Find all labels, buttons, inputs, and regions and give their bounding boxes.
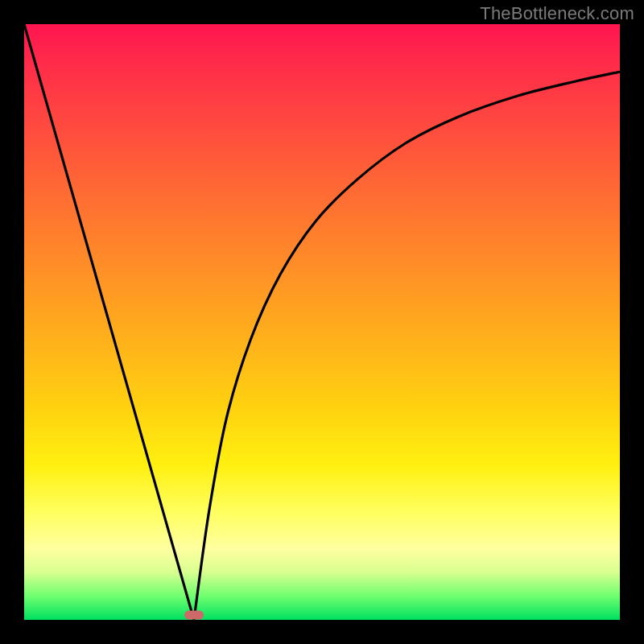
watermark-text: TheBottleneck.com xyxy=(480,3,634,24)
plot-area xyxy=(24,24,620,620)
bottleneck-curve xyxy=(24,24,620,620)
dip-marker xyxy=(184,611,204,620)
curve-left-branch xyxy=(24,24,194,620)
curve-right-branch xyxy=(194,72,620,620)
chart-frame: TheBottleneck.com xyxy=(0,0,644,644)
